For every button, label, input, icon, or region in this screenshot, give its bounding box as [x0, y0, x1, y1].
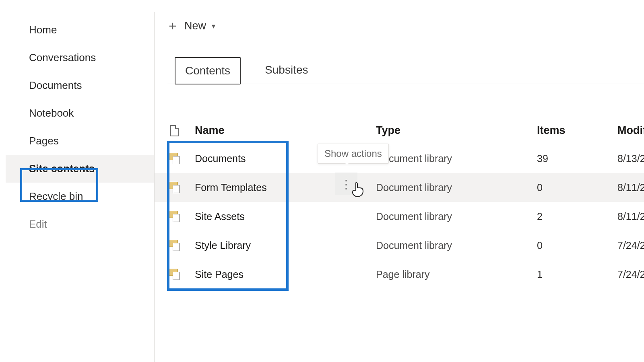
document-library-icon	[169, 211, 180, 222]
table-row[interactable]: Site Assets Document library 2 8/11/2021…	[155, 202, 644, 231]
header-name[interactable]: Name	[195, 124, 376, 137]
plus-icon: +	[167, 20, 179, 32]
tabs: Contents Subsites	[167, 40, 644, 84]
row-type: Document library	[376, 182, 537, 193]
tab-contents[interactable]: Contents	[175, 57, 241, 84]
row-items: 1	[537, 269, 617, 280]
chevron-down-icon[interactable]: ▾	[212, 22, 215, 31]
row-name[interactable]: Site Pages	[195, 269, 376, 280]
row-items: 2	[537, 211, 617, 222]
header-items[interactable]: Items	[537, 124, 617, 137]
row-name[interactable]: Site Assets	[195, 211, 376, 222]
row-modified: 8/13/2021 10:4	[617, 153, 644, 165]
sidebar-item-conversations[interactable]: Conversations	[6, 44, 154, 72]
document-library-icon	[169, 269, 180, 280]
row-modified: 7/24/2021 10:	[617, 240, 644, 251]
sidebar-item-pages[interactable]: Pages	[6, 127, 154, 155]
show-actions-tooltip: Show actions	[318, 144, 389, 164]
table-row[interactable]: Documents Document library 39 8/13/2021 …	[155, 144, 644, 173]
row-modified: 8/11/2021 4:4	[617, 182, 644, 193]
row-items: 0	[537, 240, 617, 251]
sidebar-item-documents[interactable]: Documents	[6, 72, 154, 99]
sidebar-item-home[interactable]: Home	[6, 16, 154, 44]
row-type: Document library	[376, 153, 537, 165]
row-items: 0	[537, 182, 617, 193]
tab-subsites[interactable]: Subsites	[255, 57, 318, 84]
row-icon	[155, 269, 195, 280]
sidebar: Home Conversations Documents Notebook Pa…	[6, 12, 155, 362]
sidebar-item-notebook[interactable]: Notebook	[6, 99, 154, 127]
row-items: 39	[537, 153, 617, 165]
document-library-icon	[169, 182, 180, 193]
row-modified: 8/11/2021 4:4	[617, 211, 644, 222]
table-row[interactable]: Style Library Document library 0 7/24/20…	[155, 231, 644, 260]
new-button[interactable]: New	[184, 20, 206, 32]
command-bar: + New ▾	[155, 12, 644, 40]
row-icon	[155, 153, 195, 164]
row-type: Document library	[376, 240, 537, 251]
row-modified: 7/24/2021 10:	[617, 269, 644, 280]
file-icon	[170, 125, 179, 136]
row-icon	[155, 182, 195, 193]
top-bar	[0, 0, 644, 2]
main-content: + New ▾ Contents Subsites Name Type Item…	[155, 12, 644, 362]
header-modified[interactable]: Modified	[617, 124, 644, 137]
row-name[interactable]: Style Library	[195, 240, 376, 251]
contents-table: Name Type Items Modified Documents Docum…	[155, 124, 644, 289]
document-library-icon	[169, 240, 180, 251]
row-icon	[155, 240, 195, 251]
table-header: Name Type Items Modified	[155, 124, 644, 144]
row-type: Page library	[376, 269, 537, 280]
document-library-icon	[169, 153, 180, 164]
table-row[interactable]: Form Templates Document library 0 8/11/2…	[155, 173, 644, 202]
sidebar-edit-link[interactable]: Edit	[6, 210, 154, 238]
header-icon-col	[155, 125, 195, 136]
row-type: Document library	[376, 211, 537, 222]
sidebar-item-site-contents[interactable]: Site contents	[6, 155, 154, 183]
table-row[interactable]: Site Pages Page library 1 7/24/2021 10:	[155, 260, 644, 289]
more-vertical-icon	[340, 177, 352, 191]
header-type[interactable]: Type	[376, 124, 537, 137]
row-actions-button[interactable]	[335, 173, 357, 195]
row-icon	[155, 211, 195, 222]
sidebar-item-recycle-bin[interactable]: Recycle bin	[6, 183, 154, 210]
